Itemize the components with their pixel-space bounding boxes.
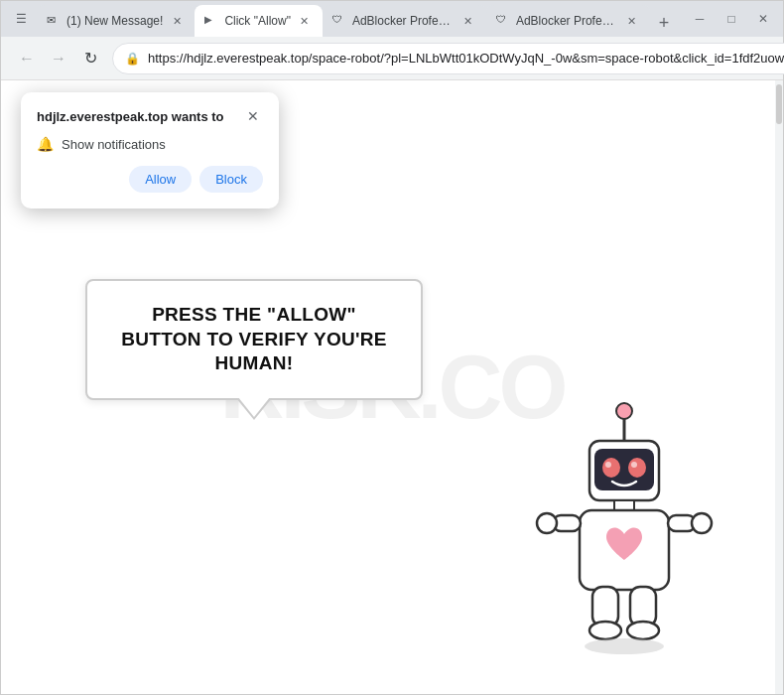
svg-point-6 bbox=[605, 462, 611, 468]
close-button[interactable]: ✕ bbox=[751, 7, 775, 31]
tab2-title: Click "Allow" bbox=[224, 14, 291, 28]
forward-button[interactable]: → bbox=[45, 45, 72, 72]
window-controls: ─ □ ✕ bbox=[688, 7, 775, 31]
tab-adblocker-2[interactable]: 🛡 AdBlocker Professi... ✕ bbox=[486, 5, 650, 37]
chrome-menu-button[interactable]: ☰ bbox=[9, 7, 33, 31]
address-bar: ← → ↻ 🔒 https://hdjlz.everestpeak.top/sp… bbox=[1, 37, 783, 80]
title-bar: ☰ ✉ (1) New Message! ✕ ▶ Click "Allow" ✕… bbox=[1, 1, 783, 37]
tab1-title: (1) New Message! bbox=[66, 14, 163, 28]
allow-button[interactable]: Allow bbox=[129, 166, 192, 193]
svg-point-1 bbox=[616, 403, 632, 419]
minimize-button[interactable]: ─ bbox=[688, 7, 712, 31]
tab3-favicon: 🛡 bbox=[332, 14, 346, 28]
tab-new-message[interactable]: ✉ (1) New Message! ✕ bbox=[37, 5, 195, 37]
tab3-title: AdBlocker Professi... bbox=[352, 14, 455, 28]
block-button[interactable]: Block bbox=[199, 166, 263, 193]
popup-buttons: Allow Block bbox=[37, 166, 263, 193]
page-content: RISK.CO hdjlz.everestpeak.top wants to ✕… bbox=[1, 80, 783, 694]
tab1-close-icon[interactable]: ✕ bbox=[169, 13, 185, 29]
svg-rect-8 bbox=[614, 500, 634, 510]
scrollbar-thumb[interactable] bbox=[776, 84, 782, 124]
svg-point-17 bbox=[627, 622, 659, 639]
tab3-close-icon[interactable]: ✕ bbox=[460, 13, 476, 29]
address-input-wrapper: 🔒 https://hdjlz.everestpeak.top/space-ro… bbox=[112, 43, 784, 74]
svg-point-15 bbox=[589, 622, 621, 639]
tab4-close-icon[interactable]: ✕ bbox=[624, 13, 640, 29]
svg-point-7 bbox=[631, 462, 637, 468]
tab2-close-icon[interactable]: ✕ bbox=[297, 13, 313, 29]
lock-icon: 🔒 bbox=[125, 52, 140, 66]
back-button[interactable]: ← bbox=[13, 45, 41, 72]
nav-buttons: ← → ↻ bbox=[13, 45, 104, 72]
svg-point-5 bbox=[628, 458, 646, 478]
message-text: PRESS THE "ALLOW" BUTTON TO VERIFY YOU'R… bbox=[115, 303, 393, 376]
title-bar-left: ☰ bbox=[9, 7, 33, 31]
svg-point-18 bbox=[585, 638, 664, 654]
robot-illustration bbox=[525, 386, 723, 664]
browser-window: ☰ ✉ (1) New Message! ✕ ▶ Click "Allow" ✕… bbox=[0, 0, 784, 695]
new-tab-button[interactable]: + bbox=[650, 9, 678, 37]
popup-close-button[interactable]: ✕ bbox=[243, 106, 263, 126]
notification-popup: hdjlz.everestpeak.top wants to ✕ 🔔 Show … bbox=[21, 92, 279, 208]
robot-svg bbox=[525, 386, 723, 664]
popup-notification-row: 🔔 Show notifications bbox=[37, 136, 263, 152]
message-box: PRESS THE "ALLOW" BUTTON TO VERIFY YOU'R… bbox=[85, 279, 423, 400]
address-input[interactable]: https://hdjlz.everestpeak.top/space-robo… bbox=[148, 51, 784, 66]
tab4-title: AdBlocker Professi... bbox=[516, 14, 618, 28]
scrollbar[interactable] bbox=[775, 80, 783, 694]
maximize-button[interactable]: □ bbox=[719, 7, 743, 31]
reload-button[interactable]: ↻ bbox=[76, 45, 104, 72]
svg-point-13 bbox=[692, 513, 712, 533]
tab-adblocker-1[interactable]: 🛡 AdBlocker Professi... ✕ bbox=[323, 5, 486, 37]
popup-notify-text: Show notifications bbox=[62, 137, 166, 152]
svg-point-4 bbox=[602, 458, 620, 478]
tab4-favicon: 🛡 bbox=[496, 14, 510, 28]
tab-click-allow[interactable]: ▶ Click "Allow" ✕ bbox=[195, 5, 323, 37]
tab2-favicon: ▶ bbox=[204, 14, 218, 28]
tabs-area: ✉ (1) New Message! ✕ ▶ Click "Allow" ✕ 🛡… bbox=[37, 1, 684, 37]
bell-icon: 🔔 bbox=[37, 136, 54, 152]
tab1-favicon: ✉ bbox=[47, 14, 61, 28]
popup-header: hdjlz.everestpeak.top wants to ✕ bbox=[37, 106, 263, 126]
svg-point-11 bbox=[537, 513, 557, 533]
popup-site-title: hdjlz.everestpeak.top wants to bbox=[37, 109, 224, 124]
